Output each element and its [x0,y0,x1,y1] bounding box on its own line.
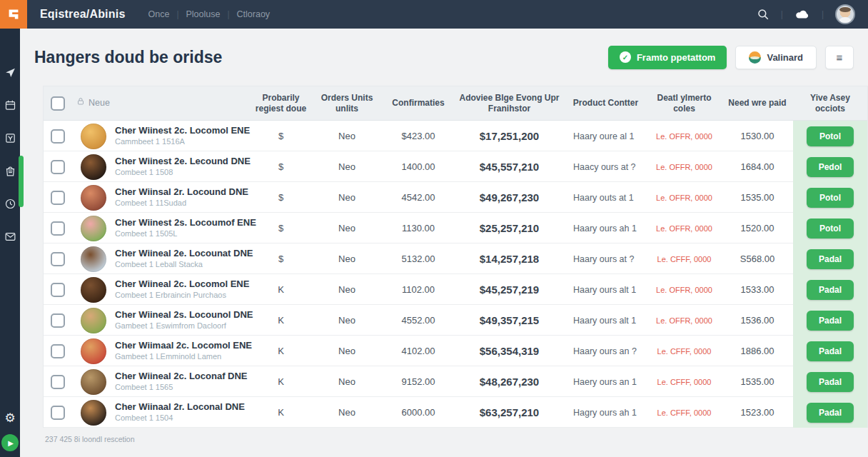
nav-item-once[interactable]: Once [148,9,169,19]
calendar-icon[interactable] [4,99,16,111]
item-name: Cher Wiinaal 2r. Loconal DNE [115,401,245,413]
amount-cell: $63,257,210 [454,406,565,418]
row-action-button[interactable]: Padal [807,249,854,269]
table-row[interactable]: Cher Wiinest 2c. Locomol ENE Cammbeet 1 … [44,121,867,151]
delivery-cell: Le. OFFR, 0000 [647,194,722,202]
paid-cell: 1886.00 [722,346,793,356]
column-header-confirm[interactable]: Confirmaties [383,98,454,109]
orders-cell: Neo [311,376,383,387]
table-row[interactable]: Cher Wiinest 2s. Locoumof ENE Combeet 1 … [44,213,867,243]
play-icon[interactable]: ▶ [1,434,19,451]
primary-action-button[interactable]: ✓ Framto ppetattom [608,46,727,69]
row-checkbox[interactable] [51,406,65,420]
row-checkbox[interactable] [51,283,65,297]
delivery-cell: Le. CFFF, 0000 [647,347,722,356]
table-row[interactable]: Cher Wiinaal 2r. Loconal DNE Combeet 1 1… [44,397,867,428]
paid-cell: 1533.00 [722,284,793,295]
paid-cell: 1520.00 [722,223,793,233]
nav-item-plooluse[interactable]: Plooluse [186,9,221,19]
amount-cell: $45,257,219 [454,283,565,296]
top-navigation: Once | Plooluse | Ctloraoy [148,9,270,19]
row-checkbox[interactable] [51,160,65,174]
row-checkbox[interactable] [51,129,65,144]
bag-icon[interactable] [4,164,16,177]
user-avatar[interactable] [835,4,855,24]
column-header-product[interactable]: Product Contter [565,98,647,109]
amount-cell: $49,267,230 [454,191,565,204]
amount-cell: $14,257,218 [454,253,565,265]
currency-cell: K [251,315,311,326]
cloud-icon[interactable] [794,9,810,20]
column-header-orders[interactable]: Orders Units unlits [311,93,383,114]
row-action-button[interactable]: Potol [807,188,854,208]
row-checkbox[interactable] [51,221,65,236]
food-image [81,277,106,303]
confirm-cell: 4542.00 [383,192,454,203]
row-action-button[interactable]: Potol [807,126,854,146]
orders-cell: Neo [311,192,383,203]
product-center-cell: Haary ours an ? [565,346,647,356]
food-image [81,124,106,149]
column-header-name[interactable]: Neue [72,97,251,109]
product-center-cell: Haary ours at ? [565,254,647,264]
item-subtitle: Combeet 1 1508 [115,167,251,177]
table-row[interactable]: Cher Wiimaal 2c. Locomol ENE Gambeet 1 L… [44,336,867,366]
table-row[interactable]: Cher Wiinest 2e. Lecound DNE Combeet 1 1… [44,151,867,182]
search-icon[interactable] [757,8,769,21]
table-row[interactable]: Cher Wiineal 2s. Locounol DNE Gambeet 1 … [44,305,867,336]
valinard-button[interactable]: Valinard [735,46,817,69]
select-all-checkbox[interactable] [51,96,65,111]
currency-cell: K [251,407,311,418]
row-checkbox[interactable] [51,344,65,358]
row-action-button[interactable]: Padal [807,341,854,361]
row-action-button[interactable]: Padal [807,311,854,331]
topbar-divider: | [822,9,824,19]
row-action-button[interactable]: Padal [807,280,854,300]
topbar: Eqistrea/Abinis Once | Plooluse | Ctlora… [0,0,868,29]
table-row[interactable]: Cher Wiineal 2c. Loconaf DNE Combeet 1 1… [44,366,867,397]
currency-cell: $ [251,253,311,264]
product-center-cell: Haary ours alt 1 [565,316,647,326]
row-checkbox[interactable] [51,375,65,389]
column-header-delivery[interactable]: Deatl ylmerto coles [647,93,722,114]
clock-icon[interactable] [4,197,16,210]
food-image [81,338,106,364]
item-name: Cher Wiineal 2c. Loconaf DNE [115,371,248,382]
row-checkbox[interactable] [51,191,65,205]
app-logo-icon[interactable] [0,0,27,29]
valinard-logo-icon [749,51,761,64]
hamburger-menu-button[interactable]: ≡ [825,46,854,69]
product-center-cell: Haary ours ah 1 [565,224,647,233]
row-checkbox[interactable] [51,252,65,266]
product-center-cell: Haary ours alt 1 [565,285,647,295]
column-header-paid[interactable]: Need wre paid [722,98,793,109]
column-header-amount[interactable]: Adoviee Blge Evong Upr Franihstor [454,93,565,114]
orders-cell: Neo [311,253,383,264]
item-name: Cher Wiineal 2s. Locounol DNE [115,309,253,321]
action-cell: Potol [793,182,867,213]
table-row[interactable]: Cher Wiinsal 2r. Locound DNE Combeet 1 1… [44,182,867,213]
food-image [81,185,106,211]
item-name: Cher Wiinest 2s. Locoumof ENE [115,217,256,228]
send-icon[interactable] [4,66,16,79]
paid-cell: S568.00 [722,253,793,264]
orders-cell: Neo [311,131,383,141]
check-circle-icon: ✓ [620,51,631,63]
row-action-button[interactable]: Padal [807,372,854,392]
confirm-cell: 6000.00 [383,407,454,418]
mail-icon[interactable] [4,230,16,243]
gear-icon[interactable]: ⚙ [4,411,15,426]
delivery-cell: Le. OFFR, 0000 [647,286,722,294]
row-action-button[interactable]: Pedol [807,157,854,177]
row-action-button[interactable]: Padal [807,403,854,423]
row-checkbox[interactable] [51,313,65,328]
table-row[interactable]: Cher Wiineal 2c. Locomol ENE Combeet 1 E… [44,274,867,305]
column-header-action[interactable]: Yive Asey occiots [793,93,867,114]
column-header-currency[interactable]: Probarily regiest doue [251,93,311,114]
nav-item-ctloraoy[interactable]: Ctloraoy [237,9,271,19]
food-image [81,216,106,241]
currency-cell: K [251,284,311,295]
row-action-button[interactable]: Potol [807,219,854,238]
package-icon[interactable] [4,131,16,144]
table-row[interactable]: Cher Wiineal 2e. Locounat DNE Combeet 1 … [44,243,867,274]
